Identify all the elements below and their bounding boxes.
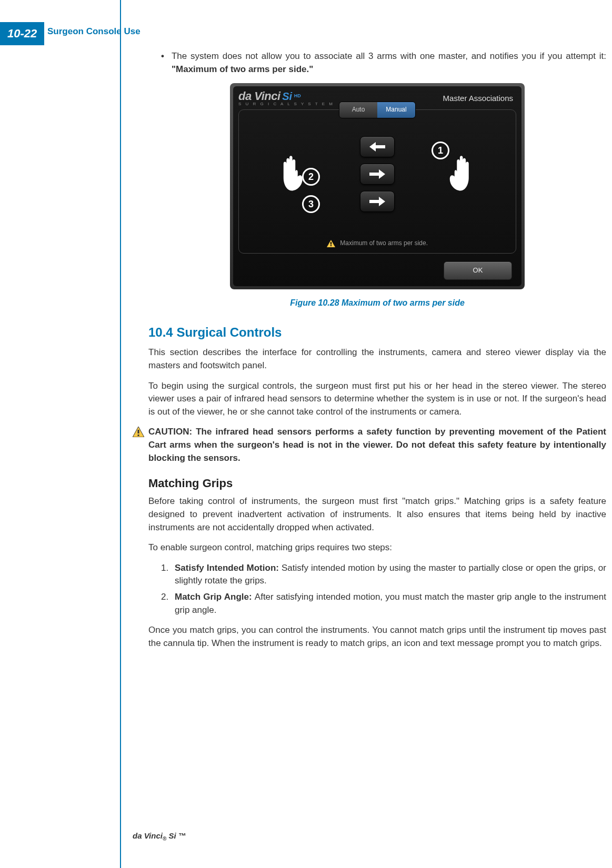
warning-text: Maximum of two arms per side. — [340, 239, 428, 247]
logo-subtitle: S U R G I C A L S Y S T E M — [238, 102, 334, 106]
arrow-right-icon — [369, 169, 385, 179]
svg-rect-2 — [138, 430, 139, 433]
list-body-1: Satisfy Intended Motion: Satisfy intende… — [175, 562, 606, 588]
num-3-badge: 3 — [302, 195, 320, 213]
number-badges-left: 2 3 — [302, 168, 320, 213]
logo-si: Si — [282, 90, 292, 102]
logo-main: da Vinci — [238, 89, 280, 103]
arrow-right-button-2[interactable] — [360, 191, 395, 212]
para-104a: This section describes the interface for… — [148, 346, 606, 372]
footer-b: Si ™ — [166, 831, 186, 840]
svg-rect-1 — [330, 245, 332, 246]
right-hand-icon — [445, 150, 485, 198]
caution-body: The infrared head sensors performs a saf… — [148, 427, 606, 462]
screenshot-panel: da Vinci Si HD S U R G I C A L S Y S T E… — [233, 86, 521, 286]
bullet-marker: • — [161, 50, 164, 63]
arrow-left-icon — [369, 142, 385, 152]
bullet-text-bold: "Maximum of two arms per side." — [172, 64, 313, 74]
ordered-list: 1. Satisfy Intended Motion: Satisfy inte… — [148, 562, 606, 617]
bullet-text: The system does not allow you to associa… — [172, 50, 606, 76]
para-grips-c: Once you match grips, you can control th… — [148, 624, 606, 650]
warning-row: Maximum of two arms per side. — [239, 239, 516, 248]
logo-hd: HD — [294, 93, 301, 98]
ok-button[interactable]: OK — [444, 261, 512, 280]
warning-icon — [327, 240, 335, 247]
footer-brand: da Vinci® Si ™ — [133, 830, 186, 843]
num-1-badge: 1 — [432, 142, 449, 159]
svg-rect-0 — [330, 242, 332, 245]
para-104b: To begin using the surgical controls, th… — [148, 380, 606, 419]
panel-title: Master Associations — [443, 93, 513, 104]
list-num-1: 1. — [161, 562, 175, 575]
list-item: 1. Satisfy Intended Motion: Satisfy inte… — [161, 562, 606, 588]
svg-rect-3 — [138, 435, 139, 436]
bullet-item: • The system does not allow you to assoc… — [148, 50, 606, 76]
arrow-right-button-1[interactable] — [360, 164, 395, 185]
list-item: 2. Match Grip Angle: After satisfying in… — [161, 591, 606, 617]
caution-text: CAUTION: The infrared head sensors perfo… — [148, 426, 606, 465]
tab-group: Auto Manual — [339, 102, 416, 118]
section-header: Surgeon Console Use — [47, 25, 141, 38]
heading-matching-grips: Matching Grips — [148, 475, 606, 492]
bullet-text-a: The system does not allow you to associa… — [172, 51, 606, 61]
caution-label: CAUTION: — [148, 427, 192, 437]
heading-surgical-controls: 10.4 Surgical Controls — [148, 324, 606, 342]
footer-a: da Vinci — [133, 831, 163, 840]
list-body-2: Match Grip Angle: After satisfying inten… — [175, 591, 606, 617]
vertical-divider — [120, 0, 121, 868]
tab-manual[interactable]: Manual — [377, 102, 415, 117]
caution-icon — [133, 427, 144, 437]
arrow-column — [360, 136, 395, 212]
page-content: • The system does not allow you to assoc… — [148, 50, 606, 658]
logo-block: da Vinci Si HD S U R G I C A L S Y S T E… — [238, 90, 334, 106]
page-number-tab: 10-22 — [0, 22, 44, 45]
para-grips-a: Before taking control of instruments, th… — [148, 495, 606, 534]
step2-bold: Match Grip Angle: — [175, 592, 255, 602]
para-grips-b: To enable surgeon control, matching grip… — [148, 541, 606, 554]
number-badge-right: 1 — [432, 142, 449, 159]
associations-panel: Auto Manual — [238, 109, 516, 254]
step1-bold: Satisfy Intended Motion: — [175, 563, 282, 573]
arrow-right-icon — [369, 197, 385, 206]
list-num-2: 2. — [161, 591, 175, 604]
hands-row — [239, 136, 516, 212]
caution-block: CAUTION: The infrared head sensors perfo… — [133, 426, 606, 465]
arrow-left-button[interactable] — [360, 136, 395, 157]
num-2-badge: 2 — [302, 168, 320, 186]
tab-auto[interactable]: Auto — [339, 102, 377, 117]
embedded-screenshot: da Vinci Si HD S U R G I C A L S Y S T E… — [230, 83, 525, 289]
figure-caption: Figure 10.28 Maximum of two arms per sid… — [148, 297, 606, 309]
